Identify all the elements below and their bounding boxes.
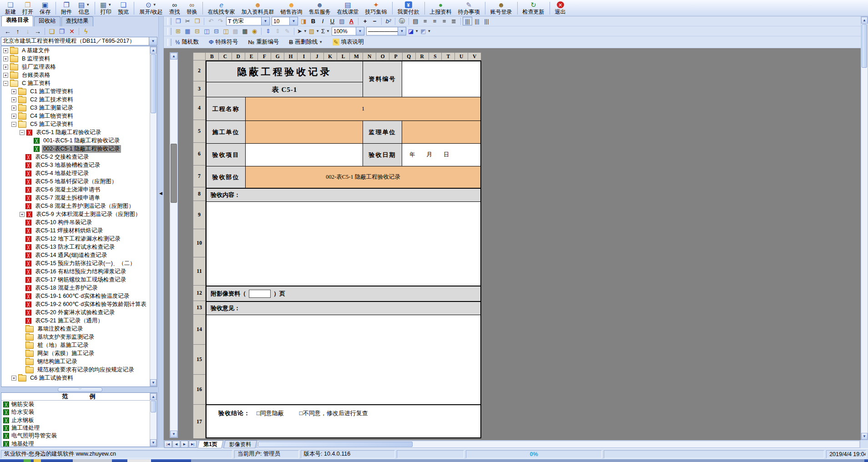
row-header[interactable]: 5 <box>193 120 206 143</box>
nav-down-icon[interactable]: ↓ <box>23 27 33 36</box>
check-update-button[interactable]: ↻检查更新 <box>520 0 548 16</box>
acceptance-item-cell[interactable] <box>246 144 363 166</box>
column-header[interactable]: C <box>219 52 232 60</box>
renumber-button[interactable]: №重新编号 <box>246 38 281 47</box>
scrollbar-thumb[interactable] <box>171 144 177 203</box>
open-button[interactable]: ❒打开 <box>19 0 36 16</box>
tree-item[interactable]: ╳表C5-5 地基钎探记录（应附图） <box>1 177 157 186</box>
scrollbar-thumb[interactable] <box>258 442 413 447</box>
vertical-text-3-icon[interactable]: ||| <box>482 17 491 25</box>
tree-item[interactable]: ╳表C5-12 地下工程渗漏水检测记录 <box>1 235 157 243</box>
classroom-button[interactable]: ▤在线课堂 <box>334 0 362 16</box>
acceptance-date-cell[interactable]: 年 月 日 <box>402 144 480 166</box>
pay-button[interactable]: ¥我要付款 <box>394 0 423 16</box>
zoom-combo[interactable]: 100%▼ <box>332 27 364 35</box>
tree-scrollbar[interactable]: ▲ ▼ <box>150 46 157 387</box>
row-header[interactable]: 2 <box>193 60 206 81</box>
scroll-up-icon[interactable]: ▲ <box>170 53 177 60</box>
content-area-cell[interactable] <box>207 202 480 286</box>
row-spacing-increase-icon[interactable]: ⇕ <box>263 27 273 35</box>
todo-button[interactable]: ✎待办事项 <box>455 0 483 16</box>
tree-item[interactable]: ╳表C5-7 混凝土拆模申请单 <box>1 194 157 202</box>
tree-item[interactable]: ╳表C5-11 焊接材料烘焙记录 <box>1 226 157 235</box>
tree-item[interactable]: +C2 施工技术资料 <box>1 95 157 104</box>
tree-item[interactable]: ╳表C5-19-2 600℃·d实体检验等效龄期计算表 <box>1 300 157 308</box>
tree-item[interactable]: +C4 施工物资资料 <box>1 112 157 120</box>
sales-button[interactable]: ☻销售咨询 <box>278 0 306 16</box>
row-header[interactable]: 13 <box>193 301 206 315</box>
sheet-vertical-scrollbar[interactable]: ▲ ▼ <box>170 52 178 438</box>
strikeout-button[interactable]: B画删除线▼ <box>287 38 324 47</box>
example-item[interactable]: ╳施工缝处理 <box>1 424 157 432</box>
row-header[interactable]: 3 <box>193 81 206 96</box>
doc-no-cell[interactable] <box>402 61 480 97</box>
tree-item[interactable]: ╳表C5-2 交接检查记录 <box>1 153 157 161</box>
shrink-font-icon[interactable]: − <box>370 17 379 25</box>
expand-toggle-icon[interactable]: − <box>20 130 25 135</box>
column-header[interactable]: H <box>284 52 298 60</box>
upload-button[interactable]: ●上报资料 <box>427 0 455 16</box>
example-item[interactable]: ╳地基处理 <box>1 440 157 447</box>
media-pages-input[interactable] <box>249 290 271 298</box>
tree-item[interactable]: ╳表C5-16 有粘结预应力结构灌浆记录 <box>1 267 157 276</box>
example-item[interactable]: ╳给水安装 <box>1 408 157 416</box>
sheet-nav-icon[interactable]: ▶| <box>189 441 197 448</box>
collapse-panel-icon[interactable]: ◀ <box>159 191 162 196</box>
tree-item[interactable]: ╳表C5-14 通风(烟)道检查记录 <box>1 251 157 259</box>
scroll-up-icon[interactable]: ▲ <box>150 393 156 400</box>
paste-icon[interactable]: ❒ <box>192 17 202 25</box>
expand-toggle-icon[interactable]: + <box>11 89 16 94</box>
sheet-nav-icon[interactable]: |◀ <box>164 441 172 448</box>
tree-item[interactable]: ╳表C5-13 防水工程试水检查记录 <box>1 243 157 251</box>
column-header[interactable]: V <box>468 52 481 60</box>
tree-item[interactable]: +C1 施工管理资料 <box>1 87 157 95</box>
example-item[interactable]: ╳钢筋安装 <box>1 401 157 408</box>
tree-item[interactable]: ╳表C5-10 构件吊装记录 <box>1 218 157 226</box>
expand-toggle-icon[interactable]: + <box>3 65 8 70</box>
scroll-down-icon[interactable]: ▼ <box>170 431 177 437</box>
scroll-down-icon[interactable]: ▼ <box>150 379 156 386</box>
tree-item[interactable]: 规范标准要求有记录的均应按规定记录 <box>1 366 157 374</box>
expand-toggle-icon[interactable]: + <box>20 212 25 217</box>
column-header[interactable]: R <box>416 52 429 60</box>
chevron-down-icon[interactable]: ▼ <box>261 17 269 25</box>
scrollbar-thumb[interactable] <box>151 401 156 412</box>
examples-scrollbar[interactable]: ▲ ▼ <box>150 393 157 447</box>
filter-icon[interactable]: ϟ <box>81 27 91 36</box>
tree-item[interactable]: ╳表C5-4 地基处理记录 <box>1 169 157 177</box>
column-header[interactable]: D <box>232 52 245 60</box>
example-item[interactable]: ╳电气照明导管安装 <box>1 432 157 440</box>
tree-item[interactable]: ╳表C5-17 钢筋螺纹加工现场检查记录 <box>1 276 157 284</box>
join-group-button[interactable]: ☻加入资料员群 <box>238 0 278 16</box>
merge-cells-icon[interactable]: ⊟ <box>212 27 221 35</box>
column-header[interactable]: I <box>298 52 311 60</box>
fill-help-button[interactable]: ✎填表说明 <box>331 38 365 47</box>
sheet-tab[interactable]: 影像资料 <box>223 440 257 448</box>
split-cell-vertical-icon[interactable]: ◫ <box>202 27 212 35</box>
new-button[interactable]: ❏新建 <box>2 0 19 16</box>
tree-item[interactable]: ╳001-表C5-1 隐蔽工程验收记录 <box>1 136 157 145</box>
tree-item[interactable]: −C5 施工记录资料 <box>1 120 157 128</box>
column-header[interactable]: T <box>442 52 455 60</box>
vertical-text-icon[interactable]: ||| <box>463 17 472 25</box>
nav-back-icon[interactable]: ← <box>3 27 13 36</box>
align-distribute-icon[interactable]: ≣ <box>449 17 459 25</box>
opinion-area-cell[interactable] <box>207 315 480 405</box>
vertical-splitter[interactable]: ◀ <box>158 16 164 447</box>
expand-toggle-icon[interactable]: + <box>3 48 8 53</box>
tree-item[interactable]: 钢结构施工记录 <box>1 357 157 366</box>
attachment-button[interactable]: ❐附件 <box>58 0 75 16</box>
conclusion-checkbox-agree[interactable]: □同意隐蔽 <box>257 409 284 417</box>
scroll-up-icon[interactable]: ▲ <box>861 17 868 24</box>
row-header[interactable]: 16 <box>193 375 206 405</box>
expand-toggle-icon[interactable]: + <box>11 97 16 102</box>
tree-item[interactable]: 幕墙注胶检查记录 <box>1 325 157 333</box>
line-color-dropdown[interactable]: ◪▼ <box>407 27 419 35</box>
font-size-combo[interactable]: 10▼ <box>272 17 298 25</box>
formula-sum-dropdown[interactable]: Σ▼ <box>320 27 331 35</box>
align-center-icon[interactable]: ≡ <box>430 17 439 25</box>
row-header[interactable]: 12 <box>193 286 206 301</box>
tree-item[interactable]: −C 施工资料 <box>1 79 157 87</box>
tree-item[interactable]: 基坑支护变形监测记录 <box>1 333 157 341</box>
special-symbol-button[interactable]: Φ特殊符号 <box>207 38 240 47</box>
